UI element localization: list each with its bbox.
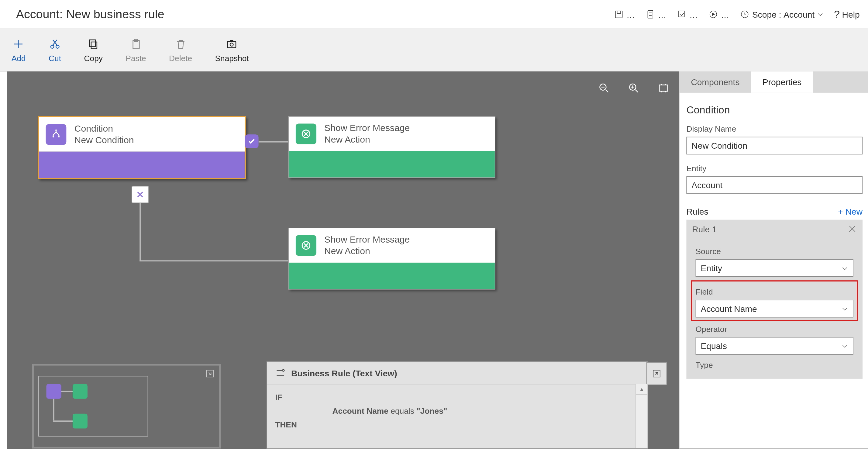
save-as-icon[interactable]: …: [645, 9, 666, 20]
tab-properties[interactable]: Properties: [751, 71, 813, 93]
svg-rect-8: [91, 42, 97, 49]
scope-selector[interactable]: Scope : Account: [740, 9, 824, 20]
expand-icon[interactable]: [206, 369, 215, 380]
rule-header[interactable]: Rule 1: [686, 220, 863, 240]
scrollbar[interactable]: ▲: [636, 384, 648, 448]
canvas[interactable]: Condition New Condition Show Error Messa…: [7, 71, 679, 448]
condition-text: Account Name equals "Jones": [332, 406, 640, 415]
condition-icon: [46, 124, 67, 145]
svg-point-17: [55, 129, 57, 131]
popout-icon[interactable]: [646, 362, 667, 385]
operator-label: Operator: [696, 324, 854, 333]
check-icon: [245, 134, 258, 148]
rules-label: Rules: [686, 206, 708, 216]
entity-label: Entity: [686, 163, 863, 173]
field-highlight: Field Account Name: [691, 280, 858, 321]
node-subtitle: New Action: [324, 245, 410, 257]
display-name-label: Display Name: [686, 124, 863, 133]
action-node[interactable]: Show Error Message New Action: [288, 116, 495, 178]
minimap[interactable]: [32, 364, 221, 449]
node-title: Show Error Message: [324, 234, 410, 246]
snapshot-button[interactable]: Snapshot: [215, 38, 249, 63]
help-label: Help: [842, 9, 860, 19]
error-icon: [296, 124, 316, 144]
properties-panel: Components Properties Condition Display …: [679, 71, 868, 448]
tab-components[interactable]: Components: [680, 71, 751, 93]
svg-point-19: [58, 136, 60, 138]
svg-rect-3: [678, 11, 684, 17]
entity-label: Account:: [16, 7, 63, 21]
new-rule-button[interactable]: + New: [838, 206, 863, 216]
node-title: Condition: [74, 123, 134, 135]
svg-rect-12: [228, 41, 236, 48]
fit-screen-icon[interactable]: [657, 82, 670, 96]
rule-title[interactable]: Account: New business rule: [16, 7, 170, 21]
close-icon[interactable]: [848, 224, 857, 235]
activate-icon[interactable]: …: [708, 9, 730, 20]
add-button[interactable]: Add: [11, 38, 26, 63]
connector: [140, 260, 288, 262]
operator-select[interactable]: Equals: [696, 337, 854, 355]
rule-name: New business rule: [66, 7, 164, 21]
scope-value: Account: [783, 9, 814, 19]
svg-point-13: [230, 43, 234, 46]
scope-label: Scope :: [752, 9, 781, 19]
error-icon: [296, 235, 316, 256]
connector: [259, 141, 288, 143]
action-node[interactable]: Show Error Message New Action: [288, 228, 495, 290]
then-label: THEN: [275, 420, 640, 429]
node-subtitle: New Action: [324, 134, 410, 145]
scroll-up-icon[interactable]: ▲: [636, 384, 648, 395]
text-view-panel: Business Rule (Text View) IF Account Nam…: [267, 361, 648, 448]
entity-input[interactable]: [686, 176, 863, 194]
zoom-out-icon[interactable]: [598, 82, 610, 96]
field-label: Field: [696, 287, 854, 296]
zoom-in-icon[interactable]: [628, 82, 640, 96]
section-title: Condition: [686, 104, 863, 116]
svg-rect-16: [659, 85, 668, 91]
condition-node[interactable]: Condition New Condition: [38, 116, 246, 179]
text-view-header[interactable]: Business Rule (Text View): [267, 362, 648, 384]
title-bar: Account: New business rule … … … … Scope…: [0, 0, 868, 29]
field-select[interactable]: Account Name: [696, 300, 854, 318]
delete-button[interactable]: Delete: [169, 38, 192, 63]
source-select[interactable]: Entity: [696, 259, 854, 277]
svg-rect-9: [90, 40, 95, 47]
type-label: Type: [696, 361, 854, 370]
svg-rect-0: [615, 11, 622, 18]
close-icon[interactable]: [132, 186, 149, 203]
cut-button[interactable]: Cut: [49, 38, 61, 63]
display-name-input[interactable]: [686, 137, 863, 154]
validate-icon[interactable]: …: [677, 9, 698, 20]
svg-point-24: [282, 369, 284, 371]
source-label: Source: [696, 246, 854, 256]
save-icon[interactable]: …: [614, 9, 635, 20]
connector: [140, 202, 141, 261]
help-button[interactable]: ? Help: [834, 8, 860, 20]
toolbar: Add Cut Copy Paste Delete Snapshot: [0, 29, 868, 72]
svg-rect-2: [648, 10, 653, 18]
svg-rect-1: [617, 11, 621, 13]
node-subtitle: New Condition: [74, 134, 134, 146]
if-label: IF: [275, 392, 640, 401]
copy-button[interactable]: Copy: [84, 38, 103, 63]
svg-point-18: [53, 136, 54, 138]
node-title: Show Error Message: [324, 122, 410, 134]
paste-button[interactable]: Paste: [126, 38, 146, 63]
